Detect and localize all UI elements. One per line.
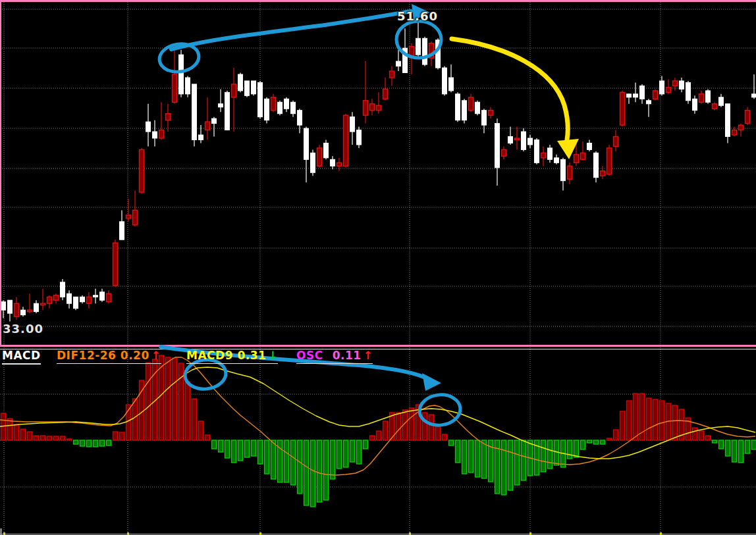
candle-body: [416, 38, 421, 55]
candle-body: [396, 61, 401, 66]
candle-body: [574, 155, 579, 163]
macd-bar-positive: [67, 439, 72, 440]
candle-body: [304, 128, 309, 159]
candle-body: [429, 43, 434, 58]
macd-bar-positive: [443, 434, 447, 440]
macd-bar-negative: [219, 440, 223, 452]
candle-body: [627, 94, 632, 97]
candle-body: [522, 132, 526, 149]
candle-body: [508, 137, 513, 143]
candle-body: [587, 143, 592, 149]
candle-body: [713, 104, 717, 109]
candle-body: [271, 97, 276, 111]
macd-bar-positive: [41, 436, 45, 440]
macd-bar-positive: [660, 401, 664, 440]
osc-value-label: 0.11: [333, 349, 362, 362]
macd-bar-positive: [647, 398, 651, 440]
candle-body: [495, 124, 500, 168]
macd-bar-negative: [587, 440, 592, 443]
candle-body: [34, 303, 39, 311]
candle-body: [87, 297, 92, 303]
candle-body: [232, 84, 236, 97]
candle-body: [620, 92, 625, 125]
macd-bar-positive: [1, 413, 6, 440]
candles-group: [1, 22, 756, 321]
bottom-axis: [0, 534, 756, 534]
macd-bar-negative: [100, 440, 105, 446]
candle-body: [548, 148, 553, 159]
macd-bar-negative: [271, 440, 276, 479]
candle-body: [344, 115, 348, 166]
candle-body: [54, 295, 59, 300]
macd-bar-positive: [383, 421, 388, 440]
osc-legend: OSC0.11↑: [296, 349, 373, 364]
macd-bar-negative: [601, 440, 605, 444]
macd-bar-positive: [21, 429, 26, 440]
axis-tick: [660, 532, 662, 535]
macd-bar-negative: [594, 440, 599, 444]
macd-header: MACD DIF12-26 0.20↑ MACD9 0.31↓ OSC0.11↑: [0, 349, 756, 365]
macd-bar-positive: [699, 431, 704, 440]
macd-bar-positive: [396, 413, 401, 440]
candle-body: [502, 149, 506, 156]
candle-body: [370, 104, 375, 111]
candle-body: [634, 94, 638, 97]
macd-bar-positive: [673, 405, 678, 440]
candle-body: [364, 101, 368, 115]
candle-body: [166, 114, 171, 120]
macd-bar-negative: [522, 440, 526, 480]
macd-bar-negative: [548, 440, 553, 469]
osc-label: OSC: [296, 349, 323, 362]
macd-bar-negative: [291, 440, 296, 485]
candle-body: [403, 48, 408, 72]
axis-corner: [0, 528, 2, 535]
axis-tick: [3, 532, 5, 535]
macd-bar-negative: [107, 440, 111, 446]
candle-body: [192, 84, 197, 140]
candle-body: [686, 82, 691, 100]
candle-body: [324, 143, 329, 157]
candle-body: [179, 55, 184, 94]
candle-body: [489, 111, 493, 115]
candle-body: [607, 148, 612, 174]
macd-bar-negative: [752, 440, 756, 449]
macd-bar-negative: [739, 440, 743, 463]
macd-bar-negative: [541, 440, 546, 472]
up-arrow-icon: ↑: [364, 349, 373, 362]
axis-tick: [127, 532, 129, 535]
candle-body: [732, 130, 737, 135]
candle-body: [752, 94, 756, 97]
macd-bar-negative: [482, 440, 487, 478]
macd-bar-negative: [337, 440, 342, 469]
candle-body: [140, 149, 144, 192]
candle-body: [265, 99, 269, 120]
dif-legend: DIF12-26 0.20↑: [57, 349, 161, 364]
macd-bar-positive: [199, 421, 203, 440]
macd-bar-negative: [298, 440, 302, 494]
peak-price-label: 51.60: [397, 9, 438, 23]
candle-body: [186, 78, 190, 94]
candle-body: [74, 297, 78, 308]
candle-body: [245, 81, 250, 95]
macd-bar-positive: [377, 431, 381, 440]
candle-body: [462, 101, 467, 120]
candle-body: [337, 163, 342, 166]
dif-value-label: DIF12-26 0.20: [57, 349, 149, 362]
left-border: [0, 1, 1, 345]
candle-body: [745, 111, 750, 124]
macd-bar-negative: [317, 440, 322, 502]
macd-bar-negative: [357, 440, 362, 464]
candle-body: [331, 159, 335, 166]
candle-body: [706, 91, 711, 102]
macd-bar-negative: [331, 440, 335, 479]
macd-bar-positive: [706, 436, 711, 440]
macd-bar-positive: [423, 413, 427, 440]
macd-bar-negative: [232, 440, 236, 463]
min-price-label: 33.00: [3, 322, 43, 336]
macd-bar-positive: [205, 435, 210, 440]
candle-body: [390, 71, 394, 78]
macd-bar-positive: [627, 401, 632, 440]
macd-bar-negative: [87, 440, 92, 447]
macd-bar-positive: [186, 382, 190, 440]
macd-bar-positive: [614, 430, 618, 440]
